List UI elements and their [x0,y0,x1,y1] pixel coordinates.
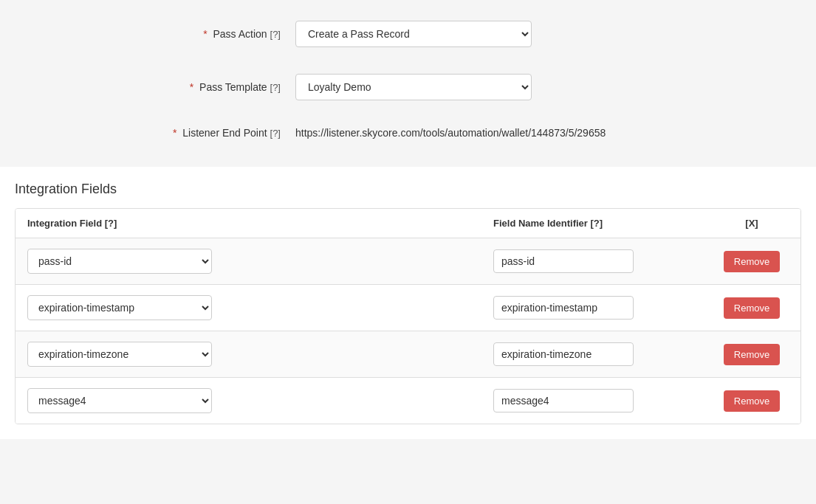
row-1-field-wrap: pass-id expiration-timestamp expiration-… [27,249,493,274]
listener-endpoint-row: * Listener End Point [?] https://listene… [15,114,801,152]
table-row: pass-id expiration-timestamp expiration-… [16,285,800,331]
top-form-container: * Pass Action [?] Create a Pass Record U… [0,0,816,167]
row-3-name-wrap [493,342,715,366]
pass-template-select[interactable]: Loyalty Demo Other Template [295,74,532,100]
listener-endpoint-help: [?] [270,128,281,139]
row-4-remove-button[interactable]: Remove [724,390,780,412]
table-row: pass-id expiration-timestamp expiration-… [16,238,800,285]
row-2-remove-button[interactable]: Remove [724,297,780,319]
row-2-field-select[interactable]: pass-id expiration-timestamp expiration-… [27,295,212,320]
table-row: pass-id expiration-timestamp expiration-… [16,378,800,424]
row-3-action-wrap: Remove [715,344,789,365]
listener-endpoint-label-text: Listener End Point [182,127,267,139]
pass-action-row: * Pass Action [?] Create a Pass Record U… [15,7,801,61]
pass-action-required-star: * [203,28,207,40]
row-1-name-wrap [493,249,715,273]
pass-template-control: Loyalty Demo Other Template [295,74,801,100]
row-2-name-wrap [493,296,715,320]
row-1-action-wrap: Remove [715,251,789,272]
pass-action-label-text: Pass Action [213,28,267,40]
row-4-name-wrap [493,389,715,412]
top-section: * Pass Action [?] Create a Pass Record U… [0,0,816,167]
pass-action-select[interactable]: Create a Pass Record Update a Pass Recor… [295,21,532,47]
row-3-field-wrap: pass-id expiration-timestamp expiration-… [27,342,493,367]
pass-template-label: * Pass Template [?] [15,81,295,93]
pass-template-required-star: * [190,81,193,93]
integration-fields-title: Integration Fields [15,167,801,208]
row-3-remove-button[interactable]: Remove [724,344,780,365]
row-3-name-input[interactable] [493,342,634,366]
row-1-field-select[interactable]: pass-id expiration-timestamp expiration-… [27,249,212,274]
row-3-field-select[interactable]: pass-id expiration-timestamp expiration-… [27,342,212,367]
listener-endpoint-value: https://listener.skycore.com/tools/autom… [295,127,606,139]
listener-endpoint-required-star: * [173,127,176,139]
listener-endpoint-control: https://listener.skycore.com/tools/autom… [295,127,801,139]
pass-template-row: * Pass Template [?] Loyalty Demo Other T… [15,61,801,114]
row-2-field-wrap: pass-id expiration-timestamp expiration-… [27,295,493,320]
pass-template-help: [?] [270,82,281,93]
pass-action-help: [?] [270,29,281,40]
table-header: Integration Field [?] Field Name Identif… [16,209,800,238]
integration-section: Integration Fields Integration Field [?]… [0,167,816,439]
row-2-action-wrap: Remove [715,297,789,319]
col-name-header: Field Name Identifier [?] [493,218,715,229]
row-1-name-input[interactable] [493,249,634,273]
listener-endpoint-label: * Listener End Point [?] [15,127,295,139]
pass-template-label-text: Pass Template [199,81,267,93]
row-4-action-wrap: Remove [715,390,789,412]
pass-action-label: * Pass Action [?] [15,28,295,40]
row-4-name-input[interactable] [493,389,634,412]
row-1-remove-button[interactable]: Remove [724,251,780,272]
row-4-field-select[interactable]: pass-id expiration-timestamp expiration-… [27,388,212,413]
pass-action-control: Create a Pass Record Update a Pass Recor… [295,21,801,47]
table-row: pass-id expiration-timestamp expiration-… [16,331,800,378]
col-action-header: [X] [715,218,789,229]
integration-table: Integration Field [?] Field Name Identif… [15,208,801,424]
col-field-header: Integration Field [?] [27,218,493,229]
row-2-name-input[interactable] [493,296,634,320]
row-4-field-wrap: pass-id expiration-timestamp expiration-… [27,388,493,413]
